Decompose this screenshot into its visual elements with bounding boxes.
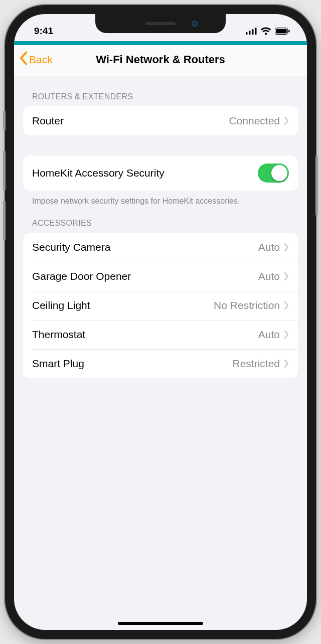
svg-rect-0	[246, 32, 248, 35]
svg-point-4	[265, 33, 267, 35]
chevron-right-icon	[284, 272, 289, 281]
svg-rect-1	[249, 31, 251, 35]
group-security: HomeKit Accessory Security	[23, 155, 298, 191]
row-homekit-security[interactable]: HomeKit Accessory Security	[23, 155, 298, 191]
chevron-left-icon	[19, 51, 28, 68]
row-label: Router	[32, 115, 229, 127]
volume-down-button	[3, 201, 6, 241]
back-label: Back	[29, 54, 53, 66]
section-footer-security: Impose network security settings for Hom…	[23, 191, 298, 207]
row-label: Thermostat	[32, 329, 258, 341]
row-value: Restricted	[232, 358, 280, 370]
content: ROUTERS & EXTENDERS Router Connected Hom…	[14, 76, 307, 378]
row-label: HomeKit Accessory Security	[32, 167, 258, 179]
chevron-right-icon	[284, 301, 289, 310]
power-button	[315, 155, 318, 216]
chevron-right-icon	[284, 243, 289, 252]
chevron-right-icon	[284, 359, 289, 368]
silent-switch	[3, 110, 6, 130]
row-accessory-garage[interactable]: Garage Door Opener Auto	[23, 262, 298, 291]
group-accessories: Security Camera Auto Garage Door Opener …	[23, 233, 298, 378]
row-accessory-thermostat[interactable]: Thermostat Auto	[23, 320, 298, 349]
row-value: Auto	[258, 329, 280, 341]
row-value: Auto	[258, 241, 280, 253]
home-indicator[interactable]	[118, 622, 203, 625]
row-label: Security Camera	[32, 241, 258, 253]
section-header-routers: ROUTERS & EXTENDERS	[23, 76, 298, 106]
svg-rect-7	[288, 30, 290, 33]
notch	[95, 14, 226, 33]
row-label: Ceiling Light	[32, 299, 214, 311]
nav-bar: Back Wi-Fi Network & Routers	[14, 45, 307, 76]
battery-icon	[275, 28, 290, 35]
group-routers: Router Connected	[23, 106, 298, 135]
chevron-right-icon	[284, 116, 289, 125]
row-value: Connected	[229, 115, 280, 127]
svg-rect-6	[276, 29, 287, 34]
page-title: Wi-Fi Network & Routers	[14, 53, 307, 66]
row-label: Garage Door Opener	[32, 270, 258, 282]
card-peek	[14, 41, 307, 45]
row-value: No Restriction	[214, 299, 280, 311]
row-label: Smart Plug	[32, 358, 232, 370]
row-value: Auto	[258, 270, 280, 282]
row-accessory-smart-plug[interactable]: Smart Plug Restricted	[23, 349, 298, 378]
svg-rect-3	[255, 28, 257, 35]
wifi-icon	[260, 27, 271, 35]
svg-rect-2	[252, 29, 254, 35]
status-time: 9:41	[34, 26, 53, 37]
row-router[interactable]: Router Connected	[23, 106, 298, 135]
row-accessory-ceiling-light[interactable]: Ceiling Light No Restriction	[23, 291, 298, 320]
row-accessory-security-camera[interactable]: Security Camera Auto	[23, 233, 298, 262]
back-button[interactable]: Back	[19, 51, 53, 68]
phone-frame: 9:41 Back Wi-Fi Network &	[5, 5, 316, 639]
screen: 9:41 Back Wi-Fi Network &	[14, 14, 307, 630]
cellular-icon	[246, 28, 257, 35]
toggle-homekit-security[interactable]	[258, 164, 289, 183]
section-header-accessories: ACCESSORIES	[23, 207, 298, 233]
chevron-right-icon	[284, 330, 289, 339]
volume-up-button	[3, 150, 6, 191]
